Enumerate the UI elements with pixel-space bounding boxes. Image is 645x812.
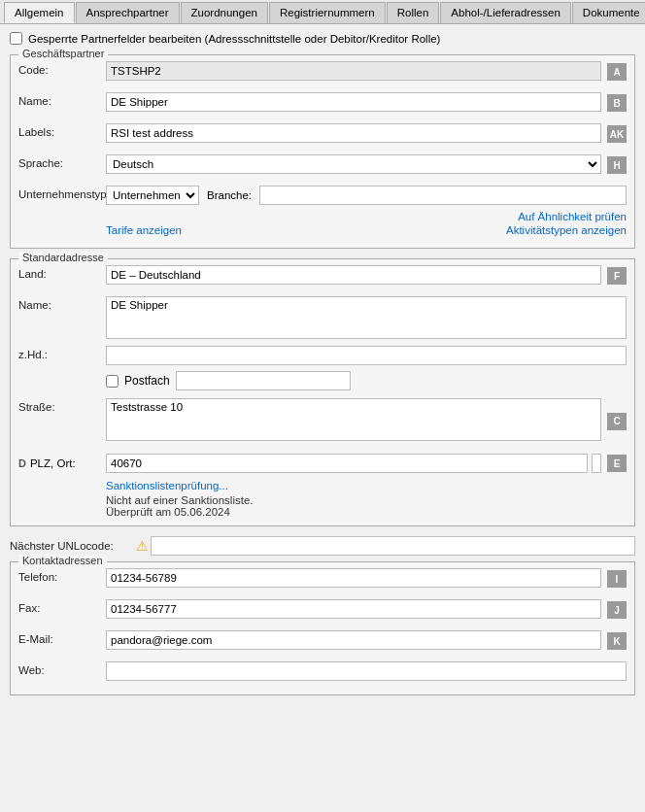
sanktions-link[interactable]: Sanktionslistenprüfung... [106,480,228,491]
sprache-badge: H [607,156,627,174]
tarife-link[interactable]: Tarife anzeigen [106,224,182,236]
sprache-label: Sprache: [18,154,106,169]
fax-label: Fax: [18,599,106,614]
std-name-label: Name: [18,296,106,311]
postfach-input[interactable] [176,371,351,390]
unlocode-label: Nächster UNLocode: [10,540,136,552]
tab-abhol[interactable]: Abhol-/Lieferadressen [440,2,571,23]
fax-badge: J [607,601,627,619]
standardadresse-section: Standardadresse Land: F Name: DE Shipper… [10,258,635,526]
plz-ort-row: D PLZ, Ort: E [18,454,627,473]
zhd-row: z.Hd.: [18,346,627,367]
unternehmenstyp-select[interactable]: Unternehmen Person Organisation [106,186,199,205]
email-row: E-Mail: K [18,630,627,652]
strasse-badge: C [607,413,627,430]
plz-label: PLZ, Ort: [30,457,76,469]
strasse-label: Straße: [18,398,106,413]
tab-allgemein[interactable]: Allgemein [4,2,75,23]
tab-rollen[interactable]: Rollen [387,2,440,23]
sanktions-date: Überprüft am 05.06.2024 [106,506,627,518]
sprache-select[interactable]: Deutsch Englisch Französisch [106,154,601,174]
branche-input[interactable] [259,186,627,205]
sanktions-text1: Nicht auf einer Sanktionsliste. [106,494,627,506]
land-input[interactable] [106,265,601,285]
sanktions-section: Sanktionslistenprüfung... Nicht auf eine… [106,479,627,518]
ort-badge: E [607,455,627,472]
kontaktadressen-label: Kontaktadressen [18,555,107,566]
land-row: Land: F [18,265,627,287]
land-badge: F [607,267,627,285]
locked-fields-checkbox[interactable] [10,32,22,45]
branche-label: Branche: [207,189,252,201]
telefon-label: Telefon: [18,568,106,583]
tab-zuordnungen[interactable]: Zuordnungen [181,2,268,23]
tab-bar: Allgemein Ansprechpartner Zuordnungen Re… [0,0,645,24]
code-row: Code: A [18,61,627,83]
std-name-row: Name: DE Shipper [18,296,627,342]
kontaktadressen-section: Kontaktadressen Telefon: I Fax: J [10,561,635,695]
postfach-row: Postfach [18,371,627,394]
fax-input[interactable] [106,599,601,619]
links-row: Auf Ähnlichkeit prüfen [18,211,627,222]
locked-fields-label: Gesperrte Partnerfelder bearbeiten (Adre… [28,33,440,45]
name-row: Name: B [18,92,627,114]
plz-d-badge: D [18,457,26,469]
name-label: Name: [18,92,106,107]
labels-badge: AK [607,125,627,143]
std-name-textarea[interactable]: DE Shipper [106,296,627,339]
zhd-label: z.Hd.: [18,346,106,360]
warning-icon: ⚠ [136,538,149,554]
web-label: Web: [18,661,106,676]
tab-ansprechpartner[interactable]: Ansprechpartner [76,2,180,23]
tab-dokumente[interactable]: Dokumente [572,2,645,23]
telefon-input[interactable] [106,568,601,588]
fax-row: Fax: J [18,599,627,621]
email-input[interactable] [106,630,601,650]
labels-input[interactable] [106,123,601,143]
unlocode-field: ⚠ [136,536,635,556]
unlocode-input[interactable] [151,536,635,556]
tab-registriernummern[interactable]: Registriernummern [269,2,386,23]
standardadresse-label: Standardadresse [18,252,108,263]
web-row: Web: [18,661,627,683]
land-label: Land: [18,265,106,280]
zhd-input[interactable] [106,346,627,365]
labels-row: Labels: AK [18,123,627,145]
unternehmenstyp-label: Unternehmenstyp: [18,186,106,200]
email-badge: K [607,632,627,650]
locked-fields-row: Gesperrte Partnerfelder bearbeiten (Adre… [10,32,635,45]
strasse-textarea[interactable]: Teststrasse 10 [106,398,601,441]
code-label: Code: [18,61,106,76]
aktivitaeten-link[interactable]: Aktivitätstypen anzeigen [506,224,627,236]
postfach-checkbox[interactable] [106,375,119,388]
geschaeftspartner-section: Geschäftspartner Code: A Name: B [10,54,635,249]
geschaeftspartner-label: Geschäftspartner [18,48,108,59]
unlocode-row: Nächster UNLocode: ⚠ [10,536,635,556]
ort-input[interactable] [592,454,601,473]
telefon-row: Telefon: I [18,568,627,590]
postfach-label: Postfach [124,374,170,388]
aehnlichkeit-link[interactable]: Auf Ähnlichkeit prüfen [518,211,627,222]
name-badge: B [607,94,627,112]
web-input[interactable] [106,661,627,681]
plz-input[interactable] [106,454,588,473]
email-label: E-Mail: [18,630,106,645]
name-input[interactable] [106,92,601,112]
telefon-badge: I [607,570,627,588]
strasse-row: Straße: Teststrasse 10 C [18,398,627,444]
sprache-row: Sprache: Deutsch Englisch Französisch H [18,154,627,176]
code-input[interactable] [106,61,601,81]
unternehmenstyp-row: Unternehmenstyp: Unternehmen Person Orga… [18,186,627,207]
labels-label: Labels: [18,123,106,138]
code-badge: A [607,63,627,81]
